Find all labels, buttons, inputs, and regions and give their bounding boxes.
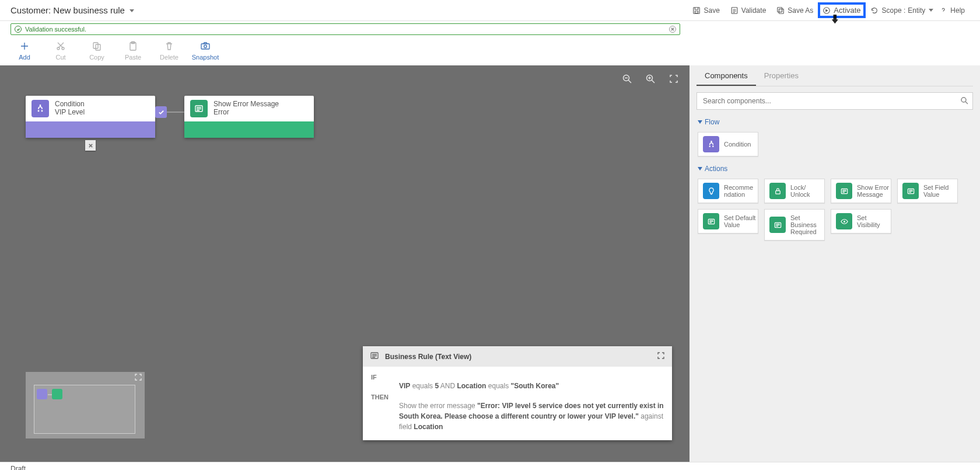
validate-label: Validate [741,6,766,15]
flow-connector [167,112,184,113]
save-as-icon [776,6,785,15]
true-branch-chip[interactable] [155,106,167,118]
save-as-button[interactable]: Save As [772,4,818,17]
zoom-in-icon[interactable] [645,74,656,84]
chevron-down-icon[interactable] [929,9,933,12]
edit-toolbar: Add Cut Copy Paste Delete Snapshot [0,35,980,65]
text-view-icon [370,351,379,362]
section-actions-header[interactable]: Actions [698,165,972,173]
component-set-field-label: Set Field Value [923,184,949,198]
component-set-visibility[interactable]: Set Visibility [831,209,891,234]
svg-rect-12 [201,44,209,49]
condition-icon [703,136,719,152]
svg-point-23 [709,145,710,147]
component-condition[interactable]: Condition [698,132,758,156]
add-label: Add [19,54,30,61]
add-button[interactable]: Add [10,41,38,61]
false-branch-toggle[interactable] [85,140,96,151]
validate-button[interactable]: Validate [726,4,771,17]
status-bar: Draft [0,462,980,470]
svg-point-17 [38,110,40,112]
minimap[interactable] [26,372,145,438]
snapshot-button[interactable]: Snapshot [191,41,219,61]
expand-minimap-icon[interactable] [134,373,142,381]
svg-point-18 [41,110,43,112]
minimap-connector [48,394,52,395]
component-lock-unlock[interactable]: Lock/ Unlock [764,179,825,203]
section-flow: Flow Condition [698,118,972,156]
chevron-down-icon[interactable] [130,9,134,12]
paste-icon [128,41,138,51]
copy-button[interactable]: Copy [83,41,111,61]
lock-icon [769,183,786,199]
minimap-error-node [52,389,62,399]
svg-rect-25 [775,190,780,194]
activate-button-highlighted[interactable]: Activate [818,2,865,18]
scope-label: Scope : [882,6,906,15]
fit-screen-icon[interactable] [668,74,679,84]
component-search [696,92,973,110]
app-header: Customer: New business rule Save Validat… [0,0,980,21]
minimap-condition-node [37,389,47,399]
text-view-title: Business Rule (Text View) [385,353,471,361]
show-error-node[interactable]: Show Error Message Error [184,96,314,138]
help-button[interactable]: Help [935,4,970,17]
component-set-default-value[interactable]: Set Default Value [698,209,758,234]
condition-node[interactable]: Condition VIP Level [26,96,155,138]
minimap-viewport[interactable] [34,385,135,434]
section-flow-header[interactable]: Flow [698,118,972,126]
error-selection-bar [184,121,314,138]
error-node-subtitle: Error [214,109,279,117]
condition-title: Condition [55,100,85,109]
svg-rect-0 [694,7,700,13]
activate-label: Activate [834,6,860,15]
refresh-icon[interactable] [870,6,878,15]
component-lock-label: Lock/ Unlock [790,184,810,198]
component-show-error-label: Show Error Message [857,184,889,198]
text-view-panel: Business Rule (Text View) IF VIP equals … [363,346,672,440]
paste-button[interactable]: Paste [119,41,147,61]
section-actions: Actions Recomme ndation Lock/ Unlock [698,165,972,241]
expand-text-view-icon[interactable] [657,351,665,361]
zoom-out-icon[interactable] [622,74,632,84]
component-recommendation[interactable]: Recomme ndation [698,179,758,203]
component-set-business-required[interactable]: Set Business Required [764,209,825,241]
title-name: New business rule [53,5,125,15]
copy-label: Copy [89,54,104,61]
visibility-icon [836,213,852,229]
tab-properties[interactable]: Properties [756,65,807,86]
page-title[interactable]: Customer: New business rule [10,5,134,15]
collapse-icon [698,120,702,124]
tab-components[interactable]: Components [696,65,756,86]
canvas-view-controls [622,74,679,84]
show-error-badge-icon [190,100,208,117]
help-label: Help [950,6,965,15]
save-label: Save [704,6,719,15]
snapshot-label: Snapshot [192,54,219,61]
component-set-visibility-label: Set Visibility [857,214,880,228]
delete-icon [164,41,174,51]
cut-button[interactable]: Cut [47,41,75,61]
save-button[interactable]: Save [688,4,724,17]
title-prefix: Customer: [10,5,51,15]
panel-tabs: Components Properties [696,65,973,86]
search-input[interactable] [696,92,973,110]
scope-value: Entity [908,6,925,15]
component-recommendation-label: Recomme ndation [724,184,753,198]
kw-if: IF [371,372,399,391]
component-show-error[interactable]: Show Error Message [831,179,891,203]
close-banner-button[interactable] [669,26,676,33]
add-icon [19,41,30,51]
validation-banner-row: Validation successful. [0,21,980,35]
validate-icon [730,6,738,15]
scope-selector[interactable]: Scope : Entity [882,6,934,15]
svg-point-16 [40,105,41,106]
save-as-label: Save As [788,6,813,15]
search-icon[interactable] [960,96,968,105]
set-field-icon [902,183,919,199]
designer-canvas[interactable]: Condition VIP Level Show Error Message E… [0,65,690,462]
delete-button[interactable]: Delete [155,41,183,61]
svg-rect-4 [779,9,784,13]
svg-rect-1 [695,11,698,13]
component-set-field-value[interactable]: Set Field Value [897,179,958,203]
